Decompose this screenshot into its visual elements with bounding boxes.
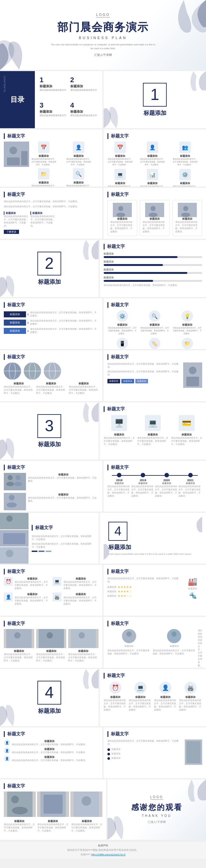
rating-text: 请在此处添加具体内容文字，文字尽量言简意赅，简单说明即可，不必繁琐。 标题添加 …: [107, 577, 181, 599]
slide-icons-right: 标题文字 📅 标题添加 请在此处添加具体内容文字，文字尽量言简意赅，简单说明即可…: [104, 129, 206, 187]
progress-label-2: 标题添加: [104, 260, 202, 264]
svg-point-31: [9, 495, 14, 500]
side-icons: 🏭 标题添加 🔩: [183, 577, 202, 599]
svg-rect-39: [6, 629, 32, 648]
tl-node-4: 2021 标题添加 请在此处添加具体内容文字，文字尽量言简意赅，简单说明即可，不…: [178, 473, 202, 498]
cover-main-title: 部门晨会商务演示: [57, 20, 149, 35]
circle-label-1: 标题添加: [117, 323, 127, 327]
big-icon-box-3: 💳: [179, 415, 195, 431]
progress-item-4: 标题添加: [104, 276, 202, 282]
more-link[interactable]: 了解更多: [4, 230, 19, 234]
slide-final-photos: 标题文字 标题添加 请在此处添加具体内容文字，文字尽量言简意赅，简单说明即可，不…: [0, 779, 106, 840]
svg-point-27: [6, 482, 14, 486]
icon-label-3: 标题添加: [39, 181, 49, 184]
big-icon-label-1: 标题添加: [114, 433, 124, 436]
big-icon-2: 💻 标题添加 请在此处添加具体内容文字，文字尽量言简意赅，简单说明即可，不必繁琐…: [137, 415, 168, 446]
big-icon-box-1: 🖥️: [111, 415, 127, 431]
thanks-logo: LOGO: [150, 795, 163, 800]
right-icon-desc-2: 请在此处添加具体内容文字，文字尽量言简意赅，简单说明即可，不必繁琐。: [140, 158, 165, 166]
photo-card-1: 标题添加 请在此处添加具体内容文字，文字尽量言简意赅，简单说明即可，不必繁琐。: [107, 200, 137, 236]
icon-item-3: 📁 标题添加 请在此处添加具体内容文字，文字尽量言简意赅，简单说明即可，不必繁琐…: [31, 168, 57, 187]
circle-desc-3: 请在此处添加具体内容文字，文字尽量言简意赅，简单说明即可，不必繁琐。: [172, 327, 202, 335]
footer-link[interactable]: http://1588v.com/a12/a21?a=3: [91, 853, 126, 856]
process-step-1: 标题添加: [4, 311, 26, 317]
slide-globe-photos: 标题文字 标题添加 请在此处添加具体内容文字，文字尽量言简意赅，简单说明即可，不…: [0, 350, 102, 401]
globe-text-1: 标题添加 请在此处添加具体内容文字，文字尽量言简意赅，简单说明即可，不必繁琐。: [4, 382, 34, 395]
rounded-item-1: 标题添加 请在此处添加具体内容文字，文字尽量言简意赅，简单说明即可，不必繁琐。: [107, 629, 151, 655]
icon-desc-4: 请在此处添加具体内容文字，文字尽量言简意赅，简单说明即可，不必繁琐。: [66, 184, 91, 187]
final-photo-1: [4, 792, 36, 817]
arrow-1: ›: [27, 312, 29, 317]
row-icon-box-1: ⏰: [109, 682, 122, 694]
photo-col-2: 标题添加 请在此处添加具体内容文字，文字尽量言简意赅，简单说明即可，不必繁琐。: [36, 629, 67, 662]
card-label-2: 标题添加: [149, 217, 160, 221]
process-step-2: 标题添加: [4, 319, 26, 326]
row-icon-3: 👤 标题添加 请在此处添加具体内容文字，文字尽量言简意赅，简单说明即可，不必繁琐…: [154, 682, 177, 712]
big-icon-box-2: 💻: [145, 415, 161, 431]
footer-link-row: 在线PPT http://1588v.com/a12/a21?a=3: [5, 853, 201, 856]
photo-stack: [0, 513, 29, 564]
svg-point-32: [7, 502, 17, 507]
globe-photo-1: [4, 363, 21, 380]
section4-desc: Lorem ipsum presentation and make it a f…: [108, 553, 198, 555]
icons-desc-title: 标题文字: [4, 569, 99, 575]
4icons-title: 标题文字: [104, 673, 202, 679]
progress-label-3: 标题添加: [104, 268, 202, 271]
stars-1: ★★★★★: [117, 585, 132, 589]
svg-point-57: [82, 796, 91, 806]
circle-icon-4: 📱: [116, 338, 128, 349]
icon-desc-1: 请在此处添加具体内容文字，文字尽量言简意赅，简单说明即可，不必繁琐。: [31, 158, 57, 166]
feature-item-3: 标题添加: [107, 756, 182, 760]
circle-icon-3: 💡: [182, 310, 193, 322]
icon-label-4: 标题添加: [73, 181, 84, 184]
right-icon-3: 👥 标题添加 请在此处添加具体内容文字，文字尽量言简意赅，简单说明即可，不必繁琐…: [172, 142, 198, 166]
col-photo-1: [4, 629, 34, 648]
right-icon-label-4: 标题添加: [115, 182, 125, 185]
row-icon-box-4: 🖨️: [184, 682, 197, 694]
slide-text-left: 标题文字 请在此处添加具体内容文字，文字尽量言简意赅，简单说明即可，不必繁琐。 …: [0, 188, 102, 239]
computer-icon-r4: 💻: [114, 169, 126, 180]
section4-title: 标题添加: [108, 543, 198, 551]
circle-item-6: 📁 标题添加 请在此处添加具体内容文字，文字尽量言简意赅，简单说明即可，不必繁琐…: [172, 338, 202, 349]
team-text-2: 标题添加 请在此处添加具体内容文字，文字尽量言简意赅，简单说明即可，不必繁琐。: [28, 493, 99, 503]
dot-item-2: 👤 标题添加 请在此处添加具体内容文字，文字尽量言简意赅，简单说明即可，不必繁琐…: [4, 747, 99, 754]
desc-item-3: 👤 标题添加 请在此处添加具体内容文字，文字尽量言简意赅，简单说明即可，不必繁琐…: [4, 592, 50, 606]
row-icon-1: ⏰ 标题添加 请在此处添加具体内容文字，文字尽量言简意赅，简单说明即可，不必繁琐…: [104, 682, 127, 712]
icon-item-1: 📅 标题添加 请在此处添加具体内容文字，文字尽量言简意赅，简单说明即可，不必繁琐…: [31, 142, 57, 166]
step-desc-2: 请在此处添加具体内容文字，文字尽量言简意赅，简单说明即可，不必繁琐。: [30, 215, 56, 227]
footer-desc: 该内容为千库原创PPT模板,请勿将该内容用于商业或非法目的。: [5, 848, 201, 852]
dot-item-1: 👤 标题添加 请在此处添加具体内容文字，文字尽量言简意赅，简单说明即可，不必繁琐…: [4, 740, 99, 746]
arrow-2: ›: [27, 320, 29, 325]
svg-point-34: [6, 516, 13, 522]
svg-point-23: [189, 367, 197, 374]
dot-item-3: 👤 标题添加 请在此处添加具体内容文字，文字尽量言简意赅，简单说明即可，不必繁琐…: [4, 755, 99, 762]
person-icon: 👤: [73, 142, 84, 153]
side-icon-2: 🔩: [183, 592, 202, 599]
right-icon-label-5: 标题添加: [147, 182, 158, 185]
icon-item-2: 👤 标题添加 请在此处添加具体内容文字，文字尽量言简意赅，简单说明即可，不必繁琐…: [66, 142, 91, 166]
svg-rect-50: [186, 741, 201, 763]
desc-item-1: ⏰ 标题添加 请在此处添加具体内容文字，文字尽量言简意赅，简单说明即可，不必繁琐…: [4, 577, 50, 590]
svg-rect-30: [4, 493, 26, 510]
slide-icons-left: 标题文字 📅 标题添加 请在此处添加具体内容文字，文字尽量言简意赅，简单说明即可…: [0, 129, 102, 187]
progress-title: 标题文字: [104, 244, 202, 249]
right-text-title: 标题文字: [107, 354, 202, 360]
toc-num-3: 3: [40, 101, 67, 110]
progress-text: 请在此处添加具体内容文字，文字尽量言简意赅，简单说明即可，不必繁琐。: [104, 284, 202, 287]
circle-item-5: 🏷️ 标题添加 请在此处添加具体内容文字，文字尽量言简意赅，简单说明即可，不必繁…: [140, 338, 170, 349]
svg-point-48: [171, 631, 176, 637]
card-label-1: 标题添加: [117, 217, 127, 221]
person-icon-r3: 👥: [179, 142, 191, 153]
circle-item-4: 📱 标题添加 请在此处添加具体内容文字，文字尽量言简意赅，简单说明即可，不必繁琐…: [107, 338, 137, 349]
cover-logo: LOGO: [96, 13, 110, 18]
svg-point-53: [12, 807, 28, 814]
toc-label-3: 标题添加: [40, 110, 67, 114]
toc-item-3: 3 标题添加 请在此处添加具体内容文字: [40, 101, 67, 123]
svg-point-8: [150, 206, 156, 211]
slide-team-photos: 标题文字 标题添加 请在此处添加具体内容文字，文字尽量言简意赅，简单说明即可，不…: [0, 461, 102, 512]
svg-rect-33: [0, 513, 29, 529]
svg-point-9: [149, 213, 158, 217]
team-title: 标题文字: [4, 465, 99, 470]
slide-section2: 2 标题添加: [0, 240, 99, 297]
rounded-title: 标题文字: [107, 621, 202, 626]
